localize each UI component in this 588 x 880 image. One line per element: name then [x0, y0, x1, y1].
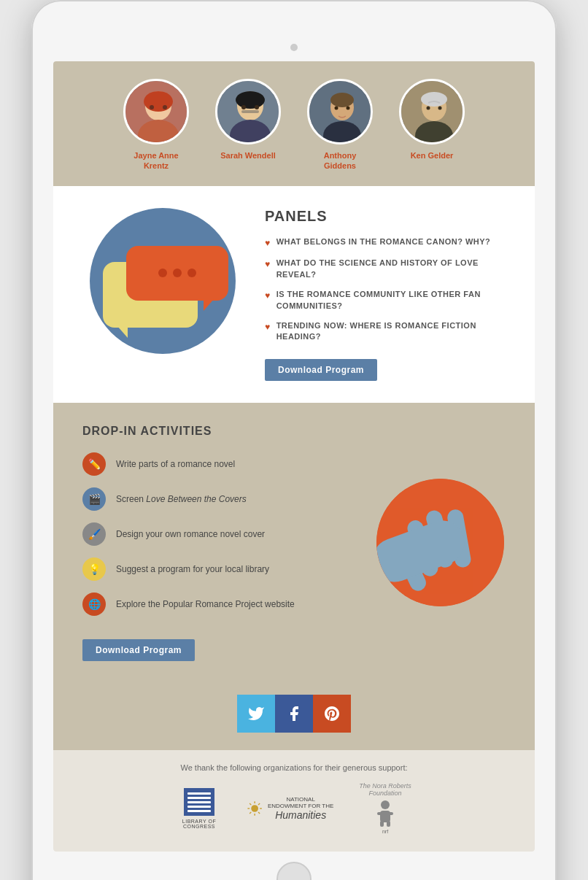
neh-logo: National Endowment for the Humanities: [247, 796, 334, 821]
neh-sun-graphic: [247, 797, 263, 820]
panel-item-4: ♥ TRENDING NOW: WHERE IS ROMANCE FICTION…: [265, 320, 506, 343]
panel-text-1: WHAT BELONGS IN THE ROMANCE CANON? WHY?: [276, 236, 491, 247]
svg-point-3: [144, 91, 173, 112]
speaker-1-avatar: [123, 79, 189, 144]
hands-graphic: [376, 479, 504, 606]
activity-text-4: Suggest a program for your local library: [116, 564, 269, 574]
activity-text-5: Explore the Popular Romance Project webs…: [116, 599, 295, 609]
speaker-2-name: Sarah Wendell: [220, 150, 276, 161]
activities-section: DROP-IN ACTIVITIES ✏️ Write parts of a r…: [53, 403, 535, 683]
film-icon: 🎬: [82, 487, 106, 511]
activity-item-3: 🖌️ Design your own romance novel cover: [82, 522, 360, 546]
panel-item-2: ♥ WHAT DO THE SCIENCE AND HISTORY OF LOV…: [265, 258, 506, 280]
activities-title: DROP-IN ACTIVITIES: [82, 425, 360, 438]
loc-text: Library ofCongress: [182, 819, 216, 829]
loc-line-5: [187, 810, 211, 812]
bulb-icon: 💡: [82, 557, 106, 581]
svg-point-4: [150, 105, 154, 109]
svg-rect-45: [387, 821, 390, 827]
loc-logo: Library ofCongress: [174, 788, 225, 829]
activity-text-3: Design your own romance novel cover: [116, 529, 265, 539]
svg-point-24: [438, 107, 442, 110]
svg-rect-42: [377, 812, 384, 815]
panels-content: PANELS ♥ WHAT BELONGS IN THE ROMANCE CAN…: [265, 208, 506, 381]
social-section: [53, 683, 535, 750]
svg-point-11: [255, 105, 259, 109]
heart-icon-1: ♥: [265, 237, 271, 250]
sponsors-title: We thank the following organizations for…: [75, 763, 513, 772]
activity-item-5: 🌐 Explore the Popular Romance Project we…: [82, 593, 360, 616]
panel-text-2: WHAT DO THE SCIENCE AND HISTORY OF LOVE …: [276, 258, 506, 280]
sponsors-logos: Library ofCongress: [75, 782, 513, 835]
sponsors-section: We thank the following organizations for…: [53, 750, 535, 852]
nrf-tagline: The Nora RobertsFoundation: [359, 782, 411, 797]
activities-left: DROP-IN ACTIVITIES ✏️ Write parts of a r…: [82, 425, 360, 661]
panel-text-4: TRENDING NOW: WHERE IS ROMANCE FICTION H…: [276, 320, 506, 343]
svg-rect-43: [386, 812, 393, 815]
speakers-section: Jayne Anne Krentz Sarah Wendell: [53, 61, 535, 186]
panels-download-button[interactable]: Download Program: [265, 359, 377, 381]
svg-line-38: [258, 803, 260, 805]
globe-icon: 🌐: [82, 593, 106, 616]
heart-icon-3: ♥: [265, 290, 271, 302]
neh-humanities-text: Humanities: [267, 809, 334, 821]
panel-item-3: ♥ IS THE ROMANCE COMMUNITY LIKE OTHER FA…: [265, 289, 506, 312]
dot-1: [158, 269, 167, 277]
dot-2: [173, 269, 182, 277]
svg-rect-12: [241, 110, 259, 113]
speaker-1: Jayne Anne Krentz: [123, 79, 189, 171]
activity-item-2: 🎬 Screen Love Between the Covers: [82, 487, 360, 511]
loc-lines-graphic: [184, 788, 214, 816]
ipad-shell: Jayne Anne Krentz Sarah Wendell: [31, 0, 557, 880]
nrf-logo: The Nora RobertsFoundation nrf: [356, 782, 414, 835]
loc-line-4: [187, 806, 211, 808]
speaker-4-avatar: [399, 79, 465, 144]
panels-graphic: [82, 208, 243, 354]
speaker-3: Anthony Giddens: [307, 79, 373, 171]
activity-text-1: Write parts of a romance novel: [116, 459, 235, 469]
panel-item-1: ♥ WHAT BELONGS IN THE ROMANCE CANON? WHY…: [265, 236, 506, 250]
svg-point-9: [236, 91, 265, 109]
speaker-4-name: Ken Gelder: [411, 150, 454, 161]
activities-right: [374, 425, 506, 661]
svg-line-37: [258, 812, 260, 814]
chat-bubble-orange: [126, 246, 228, 301]
svg-point-16: [330, 93, 354, 107]
nrf-text: nrf: [382, 828, 388, 835]
svg-rect-44: [380, 821, 384, 827]
activities-download-button[interactable]: Download Program: [82, 639, 195, 661]
speaker-1-name: Jayne Anne Krentz: [123, 150, 189, 171]
heart-icon-4: ♥: [265, 321, 271, 333]
ipad-screen: Jayne Anne Krentz Sarah Wendell: [53, 61, 535, 852]
loc-line-2: [187, 797, 211, 799]
svg-point-22: [421, 92, 447, 107]
speaker-2-avatar: [215, 79, 281, 144]
brush-icon: 🖌️: [82, 522, 106, 546]
heart-icon-2: ♥: [265, 258, 271, 271]
speaker-4: Ken Gelder: [399, 79, 465, 171]
chat-circle: [90, 208, 236, 354]
svg-point-5: [163, 105, 167, 109]
panel-text-3: IS THE ROMANCE COMMUNITY LIKE OTHER FAN …: [276, 289, 506, 312]
neh-label: National Endowment for the: [267, 796, 334, 809]
svg-point-18: [347, 107, 350, 110]
panels-section: PANELS ♥ WHAT BELONGS IN THE ROMANCE CAN…: [53, 186, 535, 403]
svg-point-10: [241, 105, 246, 109]
twitter-button[interactable]: [237, 695, 275, 733]
speaker-3-name: Anthony Giddens: [307, 150, 373, 171]
panels-title: PANELS: [265, 208, 506, 225]
svg-line-36: [249, 803, 251, 805]
speaker-2: Sarah Wendell: [215, 79, 281, 171]
activity-item-1: ✏️ Write parts of a romance novel: [82, 452, 360, 476]
pinterest-button[interactable]: [313, 695, 351, 733]
nrf-figure-graphic: [367, 799, 403, 828]
facebook-button[interactable]: [275, 695, 313, 733]
svg-point-31: [251, 805, 258, 812]
speaker-3-avatar: [307, 79, 373, 144]
pencil-icon: ✏️: [82, 452, 106, 476]
svg-point-17: [335, 107, 339, 110]
svg-line-39: [249, 812, 251, 814]
activity-text-2: Screen Love Between the Covers: [116, 494, 247, 504]
svg-point-40: [381, 800, 390, 809]
dot-3: [187, 269, 196, 277]
